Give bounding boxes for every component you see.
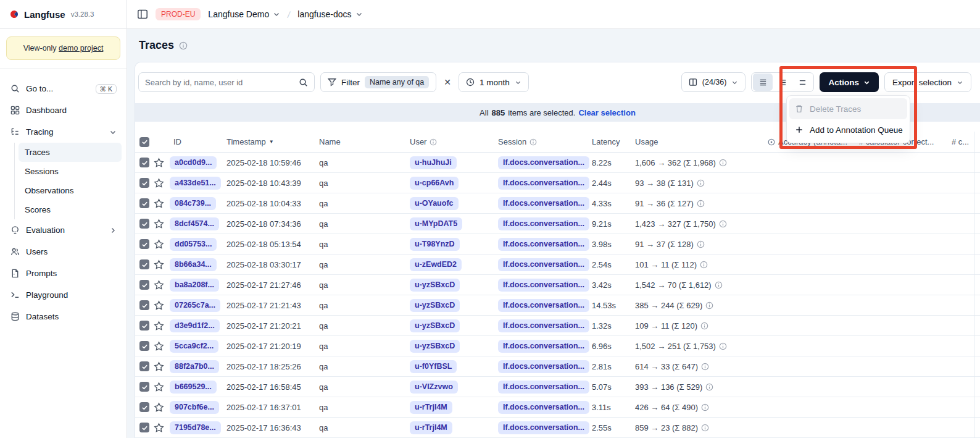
- info-icon[interactable]: [705, 301, 713, 310]
- session-badge[interactable]: lf.docs.conversation...: [498, 340, 589, 353]
- sidebar-toggle-icon[interactable]: [137, 9, 148, 20]
- star-icon[interactable]: [154, 219, 170, 229]
- session-badge[interactable]: lf.docs.conversation...: [498, 279, 589, 292]
- trace-id-badge[interactable]: dd05753...: [170, 238, 217, 251]
- user-badge[interactable]: u-rTrjI4M: [410, 421, 452, 434]
- info-icon[interactable]: [701, 403, 709, 411]
- star-icon[interactable]: [154, 402, 170, 413]
- session-badge[interactable]: lf.docs.conversation...: [498, 299, 589, 312]
- table-row[interactable]: 084c739... 2025-02-18 10:04:33 qa u-OYau…: [135, 193, 980, 214]
- row-height-medium-icon[interactable]: [773, 74, 792, 91]
- actions-button[interactable]: Actions: [820, 72, 879, 92]
- user-badge[interactable]: u-yzSBxcD: [410, 319, 460, 332]
- row-checkbox[interactable]: [139, 239, 149, 249]
- table-row[interactable]: 88f2a7b0... 2025-02-17 18:25:26 qa u-f0Y…: [135, 356, 980, 377]
- session-badge[interactable]: lf.docs.conversation...: [498, 156, 589, 169]
- select-all-checkbox[interactable]: [139, 137, 149, 147]
- trace-id-badge[interactable]: 7195d78e...: [170, 421, 221, 434]
- session-badge[interactable]: lf.docs.conversation...: [498, 238, 589, 251]
- trace-id-badge[interactable]: 07265c7a...: [170, 299, 220, 312]
- sidebar-item-evaluation[interactable]: Evaluation: [5, 219, 122, 241]
- info-icon[interactable]: [719, 342, 727, 350]
- star-icon[interactable]: [154, 280, 170, 290]
- info-icon[interactable]: [701, 424, 709, 432]
- star-icon[interactable]: [154, 361, 170, 372]
- star-icon[interactable]: [154, 382, 170, 392]
- info-icon[interactable]: [697, 240, 705, 248]
- info-icon[interactable]: [700, 322, 708, 330]
- star-icon[interactable]: [154, 198, 170, 209]
- user-badge[interactable]: u-T98YnzD: [410, 238, 460, 251]
- user-badge[interactable]: u-OYauofc: [410, 197, 459, 210]
- row-checkbox[interactable]: [139, 341, 149, 351]
- table-row[interactable]: 8b66a34... 2025-02-18 03:30:17 qa u-zEwd…: [135, 255, 980, 275]
- row-height-small-icon[interactable]: [753, 74, 773, 91]
- info-icon[interactable]: [700, 261, 708, 269]
- table-row[interactable]: 5cca9cf2... 2025-02-17 21:20:19 qa u-yzS…: [135, 336, 980, 356]
- table-row[interactable]: a0cd0d9... 2025-02-18 10:59:46 qa u-huJh…: [135, 153, 980, 173]
- user-badge[interactable]: u-rTrjI4M: [410, 401, 452, 414]
- user-badge[interactable]: u-yzSBxcD: [410, 299, 460, 312]
- menu-item-add-to-annotation-queue[interactable]: Add to Annotation Queue: [789, 119, 907, 140]
- session-badge[interactable]: lf.docs.conversation...: [498, 381, 589, 394]
- trace-id-badge[interactable]: 8dcf4574...: [170, 217, 219, 230]
- session-badge[interactable]: lf.docs.conversation...: [498, 217, 589, 230]
- info-icon[interactable]: [719, 159, 727, 167]
- trace-id-badge[interactable]: a433de51...: [170, 177, 221, 190]
- user-badge[interactable]: u-MYpDAT5: [410, 217, 462, 230]
- menu-item-delete-traces[interactable]: Delete Traces: [789, 98, 907, 119]
- time-range-button[interactable]: 1 month: [459, 72, 529, 92]
- table-row[interactable]: 7195d78e... 2025-02-17 16:36:43 qa u-rTr…: [135, 418, 980, 438]
- row-checkbox[interactable]: [139, 259, 149, 269]
- trace-id-badge[interactable]: 907cbf6e...: [170, 401, 219, 414]
- table-row[interactable]: 8dcf4574... 2025-02-18 07:34:36 qa u-MYp…: [135, 214, 980, 234]
- trace-id-badge[interactable]: a0cd0d9...: [170, 156, 217, 169]
- sidebar-item-tracing[interactable]: Tracing: [5, 121, 122, 143]
- user-badge[interactable]: u-yzSBxcD: [410, 340, 460, 353]
- trace-id-badge[interactable]: 5cca9cf2...: [170, 340, 218, 353]
- star-icon[interactable]: [154, 259, 170, 270]
- row-checkbox[interactable]: [139, 361, 149, 371]
- session-badge[interactable]: lf.docs.conversation...: [498, 258, 589, 271]
- trace-id-badge[interactable]: d3e9d1f2...: [170, 319, 220, 332]
- user-badge[interactable]: u-f0YfBSL: [410, 360, 457, 373]
- star-icon[interactable]: [154, 341, 170, 352]
- info-icon[interactable]: [179, 41, 188, 50]
- row-checkbox[interactable]: [139, 198, 149, 208]
- sidebar-item-traces[interactable]: Traces: [19, 143, 122, 162]
- sidebar-item-users[interactable]: Users: [5, 241, 122, 263]
- row-height-large-icon[interactable]: [792, 74, 812, 91]
- user-badge[interactable]: u-VIZzvwo: [410, 381, 458, 394]
- table-row[interactable]: a433de51... 2025-02-18 10:43:39 qa u-cp6…: [135, 173, 980, 193]
- sidebar-item-prompts[interactable]: Prompts: [5, 263, 122, 284]
- session-badge[interactable]: lf.docs.conversation...: [498, 401, 589, 414]
- info-icon[interactable]: [719, 220, 727, 228]
- info-icon[interactable]: [701, 363, 709, 371]
- star-icon[interactable]: [154, 158, 170, 168]
- star-icon[interactable]: [154, 423, 170, 433]
- sidebar-item-dashboard[interactable]: Dashboard: [5, 99, 122, 121]
- row-checkbox[interactable]: [139, 158, 149, 167]
- trace-id-badge[interactable]: 084c739...: [170, 197, 216, 210]
- info-icon[interactable]: [697, 179, 705, 187]
- table-row[interactable]: dd05753... 2025-02-18 05:13:54 qa u-T98Y…: [135, 234, 980, 255]
- row-checkbox[interactable]: [139, 178, 149, 188]
- info-icon[interactable]: [430, 138, 437, 146]
- info-icon[interactable]: [705, 383, 713, 391]
- column-header-timestamp[interactable]: Timestamp▼: [226, 137, 319, 146]
- table-row[interactable]: d3e9d1f2... 2025-02-17 21:20:21 qa u-yzS…: [135, 316, 980, 336]
- sidebar-item-playground[interactable]: Playground: [5, 284, 122, 306]
- trace-id-badge[interactable]: 88f2a7b0...: [170, 360, 219, 373]
- trace-id-badge[interactable]: 8b66a34...: [170, 258, 217, 271]
- sidebar-item-sessions[interactable]: Sessions: [19, 162, 122, 181]
- trace-id-badge[interactable]: ba8a208f...: [170, 279, 219, 292]
- export-selection-button[interactable]: Export selection: [884, 72, 971, 92]
- star-icon[interactable]: [154, 239, 170, 250]
- table-row[interactable]: b669529... 2025-02-17 16:58:45 qa u-VIZz…: [135, 377, 980, 397]
- trace-id-badge[interactable]: b669529...: [170, 381, 217, 394]
- table-row[interactable]: 07265c7a... 2025-02-17 21:21:43 qa u-yzS…: [135, 295, 980, 316]
- info-icon[interactable]: [697, 200, 705, 208]
- search-input[interactable]: [145, 78, 294, 87]
- clear-selection-link[interactable]: Clear selection: [578, 108, 636, 117]
- row-checkbox[interactable]: [139, 219, 149, 229]
